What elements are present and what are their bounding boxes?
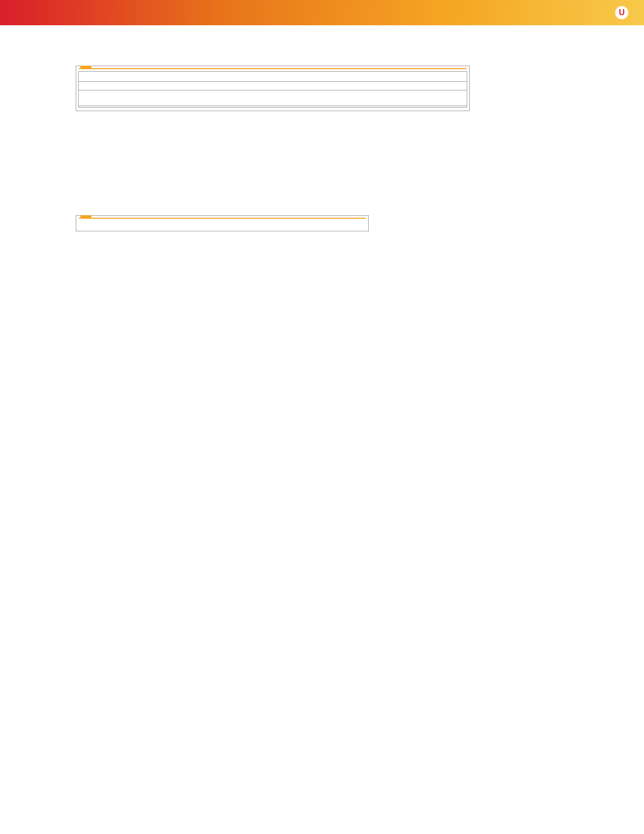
brand-logo: U bbox=[615, 6, 631, 19]
rf-tab[interactable] bbox=[80, 66, 91, 68]
rs-histogram-header bbox=[78, 106, 467, 108]
read-only-status-header bbox=[79, 72, 467, 82]
board-settings-panel bbox=[76, 215, 369, 231]
board-settings-tab[interactable] bbox=[80, 215, 91, 218]
cli-block bbox=[76, 126, 568, 205]
rf-panel bbox=[76, 66, 470, 111]
header-bar: U bbox=[0, 0, 644, 25]
page-footer bbox=[0, 244, 644, 312]
logo-icon: U bbox=[615, 6, 628, 19]
